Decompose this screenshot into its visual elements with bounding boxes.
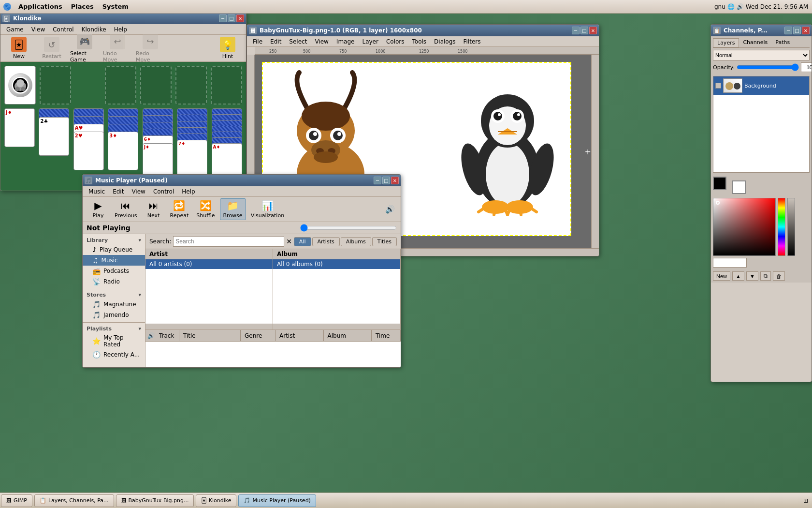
gimp-minimize-btn[interactable]: ─ (572, 27, 580, 34)
artist-scrollbar[interactable] (145, 324, 273, 329)
hex-color-input[interactable]: 000000 (713, 258, 747, 268)
gimp-close-btn[interactable]: ✕ (589, 27, 597, 34)
all-artists-item[interactable]: All 0 artists (0) (145, 259, 273, 269)
music-menu-edit[interactable]: Edit (109, 187, 128, 196)
tab-channels[interactable]: Channels (739, 38, 771, 47)
layer-item-background[interactable]: Background (713, 76, 809, 95)
undo-button[interactable]: ↩ Undo Move (103, 34, 132, 63)
channels-maximize-btn[interactable]: □ (793, 27, 801, 34)
library-expand-icon[interactable]: ▾ (138, 237, 141, 243)
select-game-button[interactable]: 🎮 Select Game (70, 34, 99, 63)
tab-paths[interactable]: Paths (771, 38, 794, 47)
hint-button[interactable]: 💡 Hint (213, 37, 242, 60)
sidebar-item-podcasts[interactable]: 📻 Podcasts (83, 266, 145, 276)
duplicate-layer-btn[interactable]: ⧉ (760, 271, 771, 281)
klondike-minimize-btn[interactable]: ─ (219, 15, 227, 22)
taskbar-music[interactable]: 🎵 Music Player (Paused) (238, 494, 316, 507)
gimp-menu-colors[interactable]: Colors (382, 37, 408, 46)
kl-menu-klondike[interactable]: Klondike (78, 25, 110, 34)
kl-menu-control[interactable]: Control (49, 25, 77, 34)
gimp-maximize-btn[interactable]: □ (580, 27, 588, 34)
redo-button[interactable]: ↪ Redo Move (136, 34, 165, 63)
sidebar-item-radio[interactable]: 📡 Radio (83, 276, 145, 287)
foundation-4[interactable] (211, 66, 242, 105)
color-saturation-box[interactable] (713, 198, 776, 256)
next-button[interactable]: ⏭ Next (142, 199, 165, 220)
kl-menu-view[interactable]: View (28, 25, 49, 34)
sidebar-item-recently-added[interactable]: 🕐 Recently A... (83, 349, 145, 360)
kl-menu-help[interactable]: Help (110, 25, 131, 34)
search-clear-icon[interactable]: ✕ (286, 238, 292, 245)
taskbar-layers[interactable]: 📋 Layers, Channels, Pa... (34, 494, 114, 507)
music-menu-control[interactable]: Control (149, 187, 178, 196)
places-menu[interactable]: Places (67, 2, 98, 11)
taskbar-gimp[interactable]: 🖼 GIMP (1, 494, 32, 507)
previous-button[interactable]: ⏮ Previous (112, 199, 140, 220)
filter-titles[interactable]: Titles (372, 237, 397, 246)
lower-layer-btn[interactable]: ▼ (746, 271, 758, 281)
layer-visibility-eye[interactable] (715, 83, 721, 89)
genre-col-header[interactable]: Genre (241, 330, 276, 341)
shuffle-button[interactable]: 🔀 Shuffle (193, 199, 218, 220)
gimp-menu-dialogs[interactable]: Dialogs (430, 37, 459, 46)
new-game-button[interactable]: 🃏 New (4, 37, 33, 60)
gimp-menu-filters[interactable]: Filters (460, 37, 485, 46)
title-col-header[interactable]: Title (179, 330, 241, 341)
opacity-slider[interactable] (737, 63, 799, 71)
album-col-header[interactable]: Album (324, 330, 372, 341)
card-2-hearts[interactable]: 2♥ (73, 132, 104, 170)
progress-slider[interactable] (300, 224, 397, 232)
album-scrollbar[interactable] (273, 324, 400, 329)
tab-layers[interactable]: Layers (713, 38, 739, 47)
music-menu-music[interactable]: Music (85, 187, 109, 196)
taskbar-babygnutux[interactable]: 🖼 BabyGnuTux-Big.png... (116, 494, 194, 507)
gimp-menu-select[interactable]: Select (285, 37, 311, 46)
gimp-menu-layer[interactable]: Layer (358, 37, 382, 46)
volume-control[interactable]: 🔊 (383, 205, 397, 214)
music-menu-help[interactable]: Help (178, 187, 199, 196)
filter-all[interactable]: All (294, 237, 311, 246)
background-color-swatch[interactable] (732, 180, 746, 194)
music-maximize-btn[interactable]: □ (382, 177, 390, 184)
gimp-menu-tools[interactable]: Tools (408, 37, 431, 46)
sidebar-item-play-queue[interactable]: ♪ Play Queue (83, 244, 145, 255)
klondike-maximize-btn[interactable]: □ (228, 15, 235, 22)
music-minimize-btn[interactable]: ─ (374, 177, 381, 184)
taskbar-klondike[interactable]: 🃏 Klondike (196, 494, 236, 507)
filter-albums[interactable]: Albums (341, 237, 371, 246)
artist-col-header[interactable]: Artist (276, 330, 324, 341)
restart-button[interactable]: ↺ Restart (37, 37, 66, 60)
opacity-value-input[interactable]: 100.0 (801, 62, 812, 72)
repeat-button[interactable]: 🔁 Repeat (167, 199, 192, 220)
sidebar-item-music[interactable]: ♫ Music (83, 255, 145, 266)
play-button[interactable]: ▶ Play (87, 199, 110, 220)
channels-close-btn[interactable]: ✕ (802, 27, 810, 34)
klondike-close-btn[interactable]: ✕ (236, 15, 244, 22)
layer-mode-select[interactable]: Normal (713, 50, 810, 60)
sidebar-item-magnatune[interactable]: 🎵 Magnatune (83, 299, 145, 310)
foreground-color-swatch[interactable] (713, 177, 726, 190)
sidebar-item-jamendo[interactable]: 🎵 Jamendo (83, 310, 145, 320)
gimp-menu-view[interactable]: View (311, 37, 332, 46)
kl-menu-game[interactable]: Game (2, 25, 28, 34)
channels-minimize-btn[interactable]: ─ (784, 27, 792, 34)
search-input[interactable] (173, 236, 284, 247)
gimp-scroll-right[interactable]: + (585, 147, 591, 156)
waste-pile[interactable] (40, 66, 71, 105)
visualization-button[interactable]: 📊 Visualization (248, 199, 287, 220)
system-menu[interactable]: System (99, 2, 132, 11)
track-col-header[interactable]: Track (155, 330, 179, 341)
new-layer-btn[interactable]: New (713, 271, 730, 281)
raise-layer-btn[interactable]: ▲ (732, 271, 744, 281)
browse-button[interactable]: 📁 Browse (220, 198, 246, 220)
gimp-menu-image[interactable]: Image (333, 37, 359, 46)
delete-layer-btn[interactable]: 🗑 (773, 271, 785, 281)
playlists-expand-icon[interactable]: ▾ (138, 326, 141, 332)
alpha-slider[interactable] (787, 198, 795, 256)
gimp-menu-file[interactable]: File (249, 37, 266, 46)
gimp-v-scrollbar[interactable] (591, 55, 599, 248)
foundation-3[interactable] (175, 66, 207, 105)
sidebar-item-top-rated[interactable]: ⭐ My Top Rated (83, 333, 145, 349)
all-albums-item[interactable]: All 0 albums (0) (273, 259, 400, 269)
music-menu-view[interactable]: View (128, 187, 149, 196)
